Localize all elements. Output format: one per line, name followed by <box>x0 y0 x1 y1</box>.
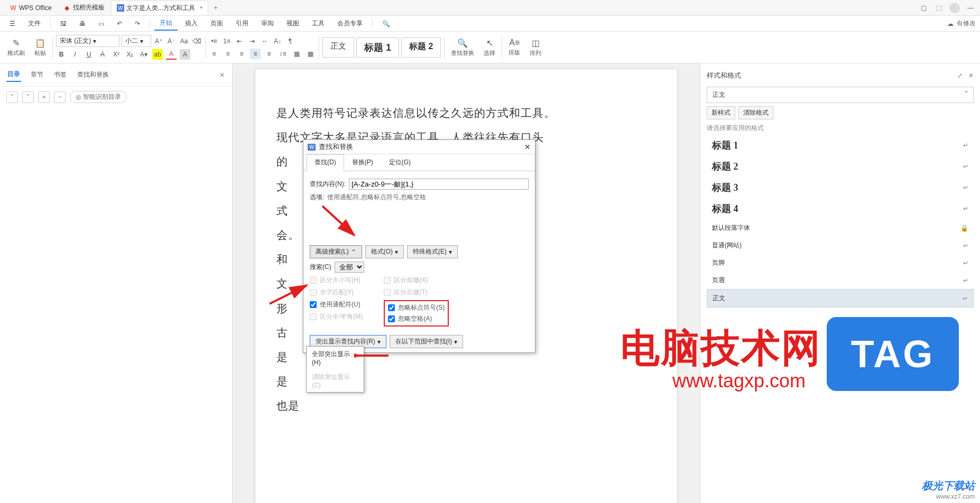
line-spacing-icon[interactable]: ↕≡ <box>278 49 288 59</box>
clear-format-button[interactable]: 清除格式 <box>738 106 773 119</box>
pin-icon[interactable]: ⤢ <box>957 72 963 79</box>
collapse-icon[interactable]: ˅ <box>6 91 18 103</box>
style-heading1[interactable]: 标题 1 <box>356 38 399 58</box>
current-style-select[interactable]: 正文 ˅ <box>707 87 974 103</box>
sort-icon[interactable]: A↓ <box>272 36 283 46</box>
italic-icon[interactable]: I <box>70 49 80 60</box>
find-input[interactable] <box>349 179 529 190</box>
check-ignore-punct[interactable]: 忽略标点符号(S) <box>388 303 445 312</box>
minimize-button[interactable]: — <box>965 3 976 13</box>
style-item-heading1[interactable]: 标题 1↵ <box>707 135 974 156</box>
indent-icon[interactable]: ⇥ <box>247 36 257 46</box>
style-body[interactable]: 正文 <box>322 38 354 58</box>
nav-tab-findreplace[interactable]: 查找和替换 <box>76 68 110 81</box>
tab-find[interactable]: 查找(D) <box>307 154 344 171</box>
style-item-heading4[interactable]: 标题 4↵ <box>707 198 974 219</box>
font-effects-icon[interactable]: A▾ <box>138 49 149 60</box>
style-item-footer[interactable]: 页脚↵ <box>707 254 974 272</box>
outdent-icon[interactable]: ⇤ <box>234 36 245 46</box>
align-left-icon[interactable]: ≡ <box>209 49 219 59</box>
style-item-default-font[interactable]: 默认段落字体🔒 <box>707 219 974 237</box>
align-center-icon[interactable]: ≡ <box>223 49 233 59</box>
char-space-icon[interactable]: ↔ <box>260 36 270 46</box>
dialog-titlebar[interactable]: W 查找和替换 ✕ <box>303 140 535 154</box>
bold-icon[interactable]: B <box>56 49 67 60</box>
paste-button[interactable]: 📋 粘贴 <box>31 38 49 57</box>
layout-button[interactable]: A≡ 排版 <box>505 38 523 57</box>
underline-icon[interactable]: U <box>84 49 94 60</box>
check-ignore-space[interactable]: 忽略空格(A) <box>388 314 445 323</box>
menu-insert[interactable]: 插入 <box>180 17 203 30</box>
number-list-icon[interactable]: 1≡ <box>221 36 232 46</box>
highlight-icon[interactable]: ab <box>152 49 163 60</box>
style-item-heading3[interactable]: 标题 3↵ <box>707 177 974 198</box>
menu-file[interactable]: 文件 <box>23 17 46 30</box>
advanced-search-button[interactable]: 高级搜索(L)⌃ <box>310 245 362 258</box>
style-item-body[interactable]: 正文↵ <box>707 289 974 308</box>
menu-review[interactable]: 审阅 <box>256 17 279 30</box>
avatar-icon[interactable] <box>949 3 960 13</box>
nav-tab-bookmarks[interactable]: 书签 <box>53 68 68 81</box>
panel-icon[interactable]: ▢ <box>919 3 929 13</box>
cube-icon[interactable]: ⬚ <box>934 3 944 13</box>
tab-templates[interactable]: ◆ 找稻壳模板 <box>58 1 110 15</box>
close-icon[interactable]: ✕ <box>524 143 531 151</box>
superscript-icon[interactable]: X² <box>111 49 122 60</box>
nav-tab-chapters[interactable]: 章节 <box>30 68 44 81</box>
grow-font-icon[interactable]: A⁺ <box>153 36 164 46</box>
nav-tab-toc[interactable]: 目录 <box>6 68 21 82</box>
style-heading2[interactable]: 标题 2 <box>401 38 441 58</box>
style-item-normal-web[interactable]: 普通(网站)↵ <box>707 237 974 254</box>
close-panel-icon[interactable]: ✕ <box>218 69 226 81</box>
shading-icon[interactable]: ▦ <box>291 49 302 59</box>
preview-icon[interactable]: ▭ <box>93 18 109 30</box>
new-style-button[interactable]: 新样式 <box>707 106 735 119</box>
find-in-range-button[interactable]: 在以下范围中查找(I)▾ <box>390 335 463 348</box>
menu-vip[interactable]: 会员专享 <box>332 17 368 30</box>
font-name-select[interactable]: 宋体 (正文)▾ <box>56 35 119 47</box>
format-painter-button[interactable]: ✎ 格式刷 <box>4 38 28 57</box>
close-icon[interactable]: ✕ <box>968 72 974 79</box>
menu-tools[interactable]: 工具 <box>307 17 330 30</box>
expand-icon[interactable]: ˄ <box>22 91 34 103</box>
shrink-font-icon[interactable]: A⁻ <box>166 36 177 46</box>
menu-reference[interactable]: 引用 <box>230 17 254 30</box>
find-replace-button[interactable]: 🔍 查找替换 <box>448 38 477 57</box>
font-size-select[interactable]: 小二▾ <box>122 35 151 47</box>
cloud-sync-icon[interactable]: ☁ <box>947 20 954 27</box>
tab-wps-home[interactable]: W WPS Office <box>4 1 57 15</box>
tab-goto[interactable]: 定位(G) <box>381 154 419 171</box>
font-color-icon[interactable]: A <box>166 49 177 60</box>
char-shading-icon[interactable]: A <box>180 49 190 60</box>
show-marks-icon[interactable]: ¶ <box>285 36 295 46</box>
clear-format-icon[interactable]: ⌫ <box>191 36 202 46</box>
add-icon[interactable]: ＋ <box>38 91 50 103</box>
strike-icon[interactable]: A <box>97 49 108 60</box>
smart-toc-button[interactable]: ◎ 智能识别目录 <box>70 91 127 103</box>
special-format-button[interactable]: 特殊格式(E)▾ <box>407 245 458 258</box>
menu-view[interactable]: 视图 <box>281 17 304 30</box>
search-scope-select[interactable]: 全部 <box>335 262 364 273</box>
select-button[interactable]: ↖ 选择 <box>480 38 498 57</box>
subscript-icon[interactable]: X₂ <box>125 49 135 60</box>
align-justify-icon[interactable]: ≡ <box>250 49 261 59</box>
undo-icon[interactable]: ↶ <box>112 18 127 30</box>
arrange-button[interactable]: ◫ 排列 <box>526 38 544 57</box>
format-button[interactable]: 格式(O)▾ <box>365 245 404 258</box>
highlight-all-item[interactable]: 全部突出显示(H) <box>307 347 364 369</box>
style-item-header[interactable]: 页眉↵ <box>707 272 974 289</box>
menu-hamburger[interactable]: ☰ <box>4 18 21 30</box>
new-tab-button[interactable]: ＋ <box>209 3 222 12</box>
redo-icon[interactable]: ↷ <box>130 18 145 30</box>
remove-icon[interactable]: － <box>54 91 66 103</box>
align-distribute-icon[interactable]: ≡ <box>264 49 274 59</box>
print-icon[interactable]: 🖶 <box>74 18 91 30</box>
change-case-icon[interactable]: Aa <box>179 36 189 46</box>
style-item-heading2[interactable]: 标题 2↵ <box>707 156 974 177</box>
tab-replace[interactable]: 替换(P) <box>344 154 381 171</box>
tab-document[interactable]: W 文字是人类...方式和工具 • <box>111 1 208 15</box>
save-icon[interactable]: 🖫 <box>55 18 72 30</box>
menu-home[interactable]: 开始 <box>154 16 178 31</box>
borders-icon[interactable]: ▦ <box>305 49 316 59</box>
search-icon[interactable]: 🔍 <box>377 18 395 30</box>
